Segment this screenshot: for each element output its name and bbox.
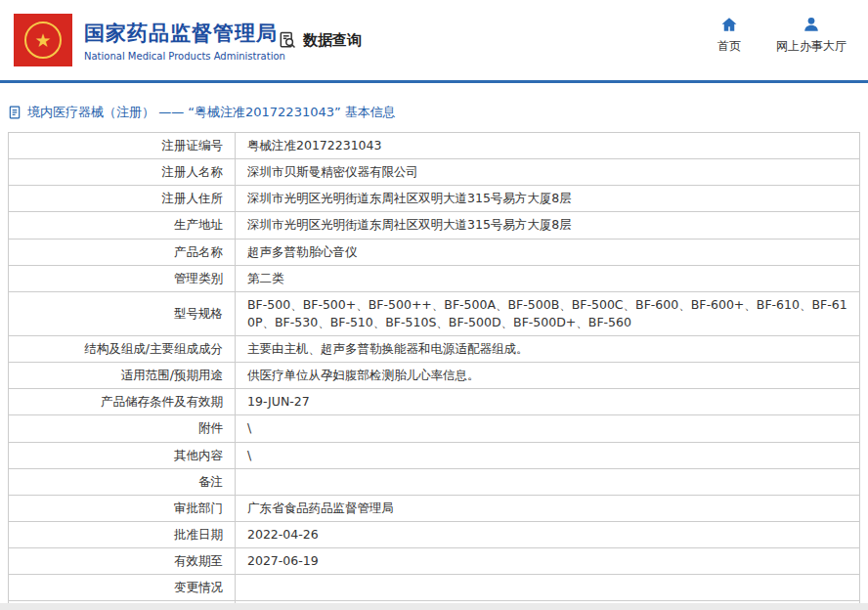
row-label: 审批部门 (9, 495, 236, 521)
row-label: 变更情况 (9, 575, 236, 601)
row-value: 粤械注准20172231043 (236, 133, 860, 159)
table-row: 管理类别第二类 (9, 265, 860, 291)
table-row: 附件\ (9, 415, 860, 442)
row-label: 产品名称 (9, 239, 236, 265)
row-value: 第二类 (236, 265, 860, 291)
table-row: 审批部门广东省食品药品监督管理局 (9, 495, 860, 521)
row-value (236, 468, 860, 495)
document-search-icon (278, 30, 297, 50)
row-label: 注册人名称 (9, 159, 236, 186)
table-row: 注册人住所深圳市光明区光明街道东周社区双明大道315号易方大厦8层 (9, 186, 860, 212)
site-brand: 国家药品监督管理局 National Medical Products Admi… (84, 20, 285, 62)
site-subtitle: National Medical Products Administration (84, 51, 285, 62)
row-value (236, 575, 860, 601)
table-row: 有效期至2027-06-19 (9, 548, 860, 575)
row-value: 广东省食品药品监督管理局 (236, 495, 860, 521)
row-label: 型号规格 (9, 291, 236, 335)
row-label: 附件 (9, 415, 236, 442)
nav-home[interactable]: 首页 (717, 16, 741, 55)
row-value: BF-500、BF-500+、BF-500++、BF-500A、BF-500B、… (236, 291, 860, 335)
table-row: 变更情况 (9, 575, 860, 601)
row-label: 结构及组成/主要组成成分 (9, 336, 236, 363)
row-value: 19-JUN-27 (236, 389, 860, 415)
row-value: 深圳市光明区光明街道东周社区双明大道315号易方大厦8层 (236, 186, 860, 212)
nav-home-label: 首页 (717, 38, 741, 55)
data-query-label: 数据查询 (303, 31, 362, 50)
row-value: 超声多普勒胎心音仪 (236, 239, 860, 265)
row-label: 管理类别 (9, 265, 236, 291)
page-title: 境内医疗器械（注册） —— “粤械注准20172231043” 基本信息 (8, 104, 860, 121)
row-label: 有效期至 (9, 548, 236, 575)
table-row: 注册人名称深圳市贝斯曼精密仪器有限公司 (9, 159, 860, 186)
table-row: 型号规格BF-500、BF-500+、BF-500++、BF-500A、BF-5… (9, 291, 860, 335)
document-icon (8, 106, 22, 119)
row-label: 其他内容 (9, 442, 236, 468)
top-nav: 首页 网上办事大厅 (717, 16, 846, 55)
main-content: 境内医疗器械（注册） —— “粤械注准20172231043” 基本信息 注册证… (0, 104, 868, 610)
row-value: 2027-06-19 (236, 548, 860, 575)
row-label: 注册人住所 (9, 186, 236, 212)
nav-service-hall-label: 网上办事大厅 (776, 38, 846, 55)
table-row: 备注 (9, 468, 860, 495)
row-label: 批准日期 (9, 521, 236, 547)
home-icon (720, 16, 738, 33)
footer-strip (0, 603, 868, 610)
page-title-text: 境内医疗器械（注册） —— “粤械注准20172231043” 基本信息 (27, 104, 396, 121)
row-value: 供医疗单位从孕妇腹部检测胎儿心率信息。 (236, 363, 860, 389)
row-value: \ (236, 415, 860, 442)
row-value: \ (236, 442, 860, 468)
row-label: 产品储存条件及有效期 (9, 389, 236, 415)
row-label: 适用范围/预期用途 (9, 363, 236, 389)
table-row: 其他内容\ (9, 442, 860, 468)
site-title: 国家药品监督管理局 (84, 20, 285, 47)
row-label: 注册证编号 (9, 133, 236, 159)
user-icon (803, 16, 820, 33)
row-label: 备注 (9, 468, 236, 495)
site-header: ★ 国家药品监督管理局 National Medical Products Ad… (0, 0, 868, 80)
row-value: 深圳市贝斯曼精密仪器有限公司 (236, 159, 860, 186)
header-divider (0, 80, 868, 83)
table-row: 结构及组成/主要组成成分主要由主机、超声多普勒换能器和电源适配器组成。 (9, 336, 860, 363)
row-value: 深圳市光明区光明街道东周社区双明大道315号易方大厦8层 (236, 212, 860, 239)
emblem-icon: ★ (24, 22, 62, 59)
table-row: 批准日期2022-04-26 (9, 521, 860, 547)
row-value: 主要由主机、超声多普勒换能器和电源适配器组成。 (236, 336, 860, 363)
table-row: 产品储存条件及有效期19-JUN-27 (9, 389, 860, 415)
row-value: 2022-04-26 (236, 521, 860, 547)
table-row: 适用范围/预期用途供医疗单位从孕妇腹部检测胎儿心率信息。 (9, 363, 860, 389)
data-query-button[interactable]: 数据查询 (278, 30, 362, 50)
table-row: 产品名称超声多普勒胎心音仪 (9, 239, 860, 265)
row-label: 生产地址 (9, 212, 236, 239)
info-table-body: 注册证编号粤械注准20172231043注册人名称深圳市贝斯曼精密仪器有限公司注… (9, 133, 860, 610)
table-row: 生产地址深圳市光明区光明街道东周社区双明大道315号易方大厦8层 (9, 212, 860, 239)
table-row: 注册证编号粤械注准20172231043 (9, 133, 860, 159)
info-table: 注册证编号粤械注准20172231043注册人名称深圳市贝斯曼精密仪器有限公司注… (8, 132, 860, 610)
nav-service-hall[interactable]: 网上办事大厅 (776, 16, 846, 55)
nmpa-emblem: ★ (14, 14, 72, 66)
